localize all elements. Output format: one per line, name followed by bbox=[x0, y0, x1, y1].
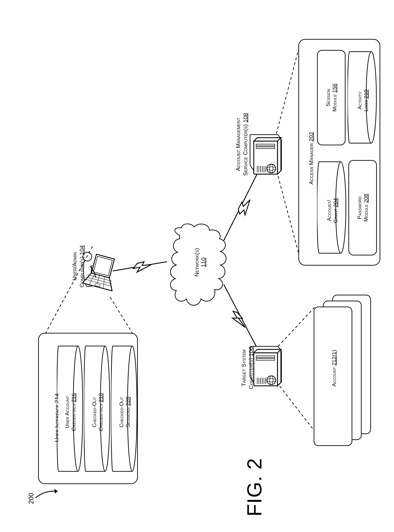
svg-line-49 bbox=[280, 386, 315, 431]
db-account-grant-label: Account/ Grant 204 bbox=[326, 187, 339, 234]
module-password: Password Module 208 bbox=[348, 160, 377, 255]
svg-line-11 bbox=[110, 297, 132, 333]
target-system-label: Target System Computer(s) 106 bbox=[240, 334, 254, 402]
target-system-label-l1: Target System bbox=[240, 350, 247, 386]
account-card-stack bbox=[314, 295, 376, 447]
network-label: Network(s) 110 bbox=[193, 240, 207, 284]
account-card-label: Account 212(1) bbox=[331, 334, 337, 402]
network-label-num: 110 bbox=[200, 258, 207, 267]
svg-point-27 bbox=[267, 164, 276, 173]
svg-line-30 bbox=[276, 50, 298, 134]
target-system-label-num: 106 bbox=[248, 347, 254, 356]
svg-rect-37 bbox=[256, 356, 275, 358]
figure-ref-arrow bbox=[34, 488, 63, 503]
acct-mgmt-label: Account Management Service Computer(s) 1… bbox=[234, 101, 249, 188]
user-admin-label: User/Admin Computer(s) 104 bbox=[71, 236, 85, 297]
acct-mgmt-label-num: 108 bbox=[242, 113, 248, 123]
svg-line-31 bbox=[278, 176, 298, 252]
diagram-page: FIG. 2 200 Network(s) 110 bbox=[0, 0, 394, 532]
svg-rect-20 bbox=[256, 147, 275, 148]
db-activity-logs-label: Activity Logs 210 bbox=[356, 77, 369, 124]
user-admin-label-l2: Computer(s) bbox=[78, 256, 85, 287]
module-password-label: Password Module 208 bbox=[356, 194, 369, 222]
svg-point-45 bbox=[267, 376, 276, 385]
network-label-text: Network(s) bbox=[193, 248, 200, 277]
db-checked-out-credentials-label: Checked-Out Credentials 218 bbox=[91, 378, 104, 446]
user-admin-label-l1: User/Admin bbox=[71, 252, 78, 280]
access-manager-header-num: 202 bbox=[308, 132, 314, 142]
access-manager-header-text: Access Manager bbox=[308, 143, 314, 185]
acct-mgmt-label-l2: Service Computer(s) bbox=[242, 124, 248, 176]
db-checked-out-sessions-label: Checked-Out Sessions 220 bbox=[118, 378, 131, 446]
db-user-account-credentials-label: User Account Credentials 216 bbox=[64, 378, 77, 446]
svg-rect-38 bbox=[256, 359, 275, 360]
access-manager-header: Access Manager 202 bbox=[308, 117, 315, 185]
figure-label: FIG. 2 bbox=[243, 449, 266, 517]
module-session: Session Module 156 bbox=[317, 50, 346, 145]
user-admin-label-num: 104 bbox=[78, 245, 85, 255]
acct-mgmt-server-icon bbox=[245, 133, 284, 178]
svg-marker-0 bbox=[54, 489, 58, 494]
user-admin-icon bbox=[80, 246, 117, 298]
target-system-label-l2: Computer(s) bbox=[248, 358, 254, 389]
svg-rect-19 bbox=[256, 144, 275, 146]
svg-line-48 bbox=[278, 307, 315, 346]
svg-line-1 bbox=[113, 262, 167, 271]
module-session-label: Session Module 156 bbox=[325, 84, 338, 111]
acct-mgmt-label-l1: Account Management bbox=[235, 118, 241, 171]
